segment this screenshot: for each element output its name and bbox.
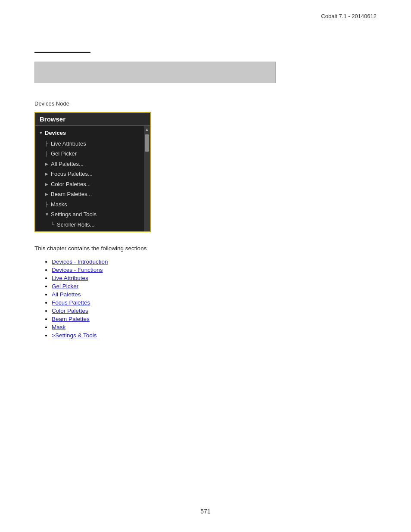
devices-label: Devices	[45, 129, 66, 137]
dash-connector-icon: ├	[45, 150, 51, 158]
link-devices-introduction[interactable]: Devices - Introduction	[52, 258, 108, 265]
list-item: Devices - Introduction	[52, 258, 377, 265]
browser-item-scroller-rolls[interactable]: └ Scroller Rolls...	[35, 220, 144, 230]
browser-content: ▼ Devices ├ Live Attributes ├ Gel Picker…	[35, 126, 150, 231]
arrow-right-icon: ▶	[45, 191, 49, 197]
arrow-right-icon: ▶	[45, 161, 49, 167]
browser-item-settings-tools[interactable]: ▼ Settings and Tools	[35, 209, 144, 220]
page-number: 571	[0, 508, 411, 515]
dash-connector-icon: ├	[45, 201, 51, 208]
scroller-rolls-label: Scroller Rolls...	[57, 221, 94, 229]
arrow-right-icon: ▶	[45, 181, 49, 187]
list-item: All Palettes	[52, 291, 377, 298]
sections-list: Devices - Introduction Devices - Functio…	[34, 258, 377, 339]
browser-list: ▼ Devices ├ Live Attributes ├ Gel Picker…	[35, 126, 144, 231]
link-color-palettes[interactable]: Color Palettes	[52, 308, 88, 314]
gel-picker-label: Gel Picker	[51, 149, 77, 158]
arrow-down-icon: ▼	[45, 211, 49, 218]
arrow-right-icon: ▶	[45, 171, 49, 177]
chapter-title-bar	[34, 62, 276, 83]
link-live-attributes[interactable]: Live Attributes	[52, 275, 88, 281]
list-item: Live Attributes	[52, 275, 377, 281]
scrollbar-thumb[interactable]	[145, 134, 149, 152]
chapter-intro-text: This chapter contains the following sect…	[34, 245, 377, 252]
title-underline	[34, 52, 90, 53]
browser-item-beam-palettes[interactable]: ▶ Beam Palettes...	[35, 189, 144, 199]
link-gel-picker[interactable]: Gel Picker	[52, 283, 78, 289]
arrow-down-icon: ▼	[39, 130, 43, 136]
browser-item-live-attributes[interactable]: ├ Live Attributes	[35, 139, 144, 149]
version-label: Cobalt 7.1 - 20140612	[321, 13, 377, 19]
scrollbar-up-arrow[interactable]: ▲	[145, 127, 149, 133]
devices-node-label: Devices Node	[34, 100, 377, 107]
corner-connector-icon: └	[51, 221, 57, 228]
browser-item-all-palettes[interactable]: ▶ All Palettes...	[35, 159, 144, 169]
browser-widget: Browser ▼ Devices ├ Live Attributes ├ Ge…	[34, 112, 151, 232]
link-beam-palettes[interactable]: Beam Palettes	[52, 316, 90, 322]
link-focus-palettes[interactable]: Focus Palettes	[52, 299, 90, 306]
beam-palettes-label: Beam Palettes...	[51, 190, 92, 199]
list-item: Focus Palettes	[52, 299, 377, 306]
live-attributes-label: Live Attributes	[51, 140, 86, 148]
masks-label: Masks	[51, 200, 67, 209]
dash-connector-icon: ├	[45, 140, 51, 147]
all-palettes-label: All Palettes...	[51, 160, 84, 168]
link-settings-tools[interactable]: >Settings & Tools	[52, 332, 97, 339]
link-devices-functions[interactable]: Devices - Functions	[52, 267, 103, 273]
page-container: Cobalt 7.1 - 20140612 Devices Node Brows…	[0, 0, 411, 532]
list-item: Mask	[52, 324, 377, 330]
color-palettes-label: Color Palettes...	[51, 180, 91, 189]
browser-item-focus-palettes[interactable]: ▶ Focus Palettes...	[35, 169, 144, 179]
settings-tools-label: Settings and Tools	[51, 210, 97, 219]
list-item: Gel Picker	[52, 283, 377, 289]
link-mask[interactable]: Mask	[52, 324, 65, 330]
link-all-palettes[interactable]: All Palettes	[52, 291, 81, 298]
focus-palettes-label: Focus Palettes...	[51, 170, 93, 178]
browser-scrollbar[interactable]: ▲	[144, 126, 150, 231]
browser-item-devices[interactable]: ▼ Devices	[35, 128, 144, 139]
browser-item-color-palettes[interactable]: ▶ Color Palettes...	[35, 179, 144, 190]
list-item: Beam Palettes	[52, 316, 377, 322]
list-item: Color Palettes	[52, 308, 377, 314]
browser-item-gel-picker[interactable]: ├ Gel Picker	[35, 149, 144, 159]
browser-header: Browser	[35, 113, 150, 126]
list-item: Devices - Functions	[52, 267, 377, 273]
browser-item-masks[interactable]: ├ Masks	[35, 199, 144, 210]
list-item: >Settings & Tools	[52, 332, 377, 339]
